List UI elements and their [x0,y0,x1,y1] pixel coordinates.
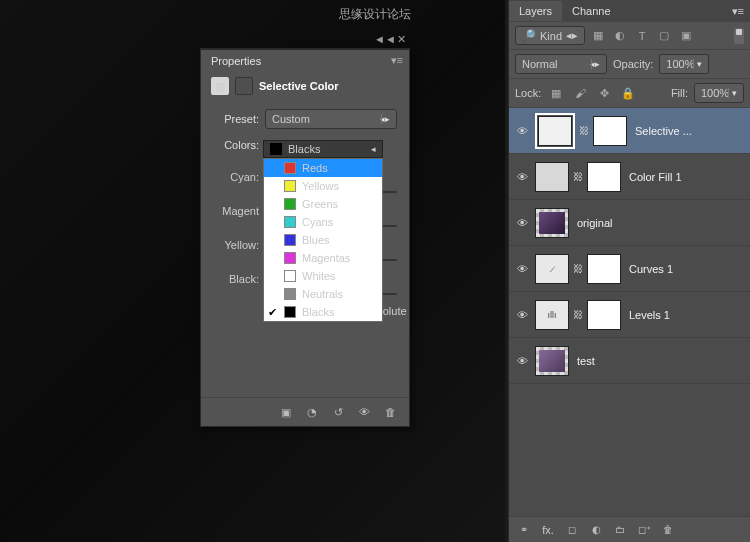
magenta-label: Magent [213,205,259,217]
dropdown-item-neutrals[interactable]: Neutrals [264,285,382,303]
layer-mask-thumb[interactable] [587,254,621,284]
view-previous-icon[interactable]: ◔ [303,404,321,420]
layers-tab[interactable]: Layers [509,1,562,21]
layer-row[interactable]: 👁ıllı⛓Levels 1 [509,292,750,338]
lock-transparency-icon[interactable]: ▦ [547,84,565,102]
clip-to-layer-icon[interactable]: ▣ [277,404,295,420]
layer-style-icon[interactable]: fx. [539,522,557,538]
panel-options-icon[interactable]: ▾≡ [391,54,409,67]
layer-row[interactable]: 👁⟋⛓Curves 1 [509,246,750,292]
layer-mask-thumb[interactable] [587,300,621,330]
blend-mode-select[interactable]: Normal◂▸ [515,54,607,74]
dropdown-item-cyans[interactable]: Cyans [264,213,382,231]
properties-tab[interactable]: Properties [201,51,271,71]
panel-collapse-icon[interactable]: ◄◄ [379,33,391,45]
filter-shape-icon[interactable]: ▢ [655,27,673,45]
layer-name-label[interactable]: Selective ... [631,125,746,137]
dropdown-item-reds[interactable]: Reds [264,159,382,177]
visibility-toggle-icon[interactable]: 👁 [513,355,531,367]
preset-select[interactable]: Custom◂▸ [265,109,397,129]
yellow-label: Yellow: [213,239,259,251]
dropdown-item-magentas[interactable]: Magentas [264,249,382,267]
opacity-select[interactable]: 100%▾ [659,54,709,74]
colors-dropdown[interactable]: RedsYellowsGreensCyansBluesMagentasWhite… [263,158,383,322]
layer-row[interactable]: 👁original [509,200,750,246]
layer-name-label[interactable]: test [573,355,746,367]
layer-row[interactable]: 👁⛓Color Fill 1 [509,154,750,200]
dropdown-item-yellows[interactable]: Yellows [264,177,382,195]
colors-swatch-icon [270,143,282,155]
link-icon[interactable]: ⛓ [573,171,583,182]
layer-thumb[interactable]: ıllı [535,300,569,330]
layer-name-label[interactable]: Curves 1 [625,263,746,275]
layer-mask-thumb[interactable] [587,162,621,192]
colors-label: Colors: [213,139,259,151]
reset-icon[interactable]: ↺ [329,404,347,420]
visibility-toggle-icon[interactable]: 👁 [513,309,531,321]
layer-row[interactable]: 👁⛓Selective ... [509,108,750,154]
dropdown-item-blacks[interactable]: ✔Blacks [264,303,382,321]
mask-mode-icon[interactable] [235,77,253,95]
link-icon[interactable]: ⛓ [573,309,583,320]
layer-thumb[interactable] [535,162,569,192]
link-icon[interactable]: ⛓ [579,125,589,136]
opacity-label: Opacity: [613,58,653,70]
lock-label: Lock: [515,87,541,99]
filter-type-icon[interactable]: T [633,27,651,45]
filter-adjustment-icon[interactable]: ◐ [611,27,629,45]
layer-thumb[interactable] [538,116,572,146]
watermark-center: 思缘设计论坛 [339,6,411,23]
visibility-toggle-icon[interactable]: 👁 [513,171,531,183]
trash-icon[interactable]: 🗑 [381,404,399,420]
colors-select[interactable]: Blacks ◂ [263,140,383,158]
filter-kind-select[interactable]: 🔎 Kind ◂▸ [515,26,585,45]
layer-mask-thumb[interactable] [593,116,627,146]
new-adjustment-icon[interactable]: ◐ [587,522,605,538]
new-group-icon[interactable]: 🗀 [611,522,629,538]
layers-panel: Layers Channe ▾≡ 🔎 Kind ◂▸ ▦ ◐ T ▢ ▣ Nor… [508,0,750,542]
layer-name-label[interactable]: original [573,217,746,229]
channels-tab[interactable]: Channe [562,1,621,21]
layer-name-label[interactable]: Levels 1 [625,309,746,321]
layer-thumb[interactable]: ⟋ [535,254,569,284]
panel-close-icon[interactable]: ✕ [395,33,407,45]
add-mask-icon[interactable]: ◻ [563,522,581,538]
black-label: Black: [213,273,259,285]
preset-label: Preset: [213,113,259,125]
link-icon[interactable]: ⛓ [573,263,583,274]
new-layer-icon[interactable]: ◻⁺ [635,522,653,538]
dropdown-item-greens[interactable]: Greens [264,195,382,213]
layers-list: 👁⛓Selective ...👁⛓Color Fill 1👁original👁⟋… [509,108,750,516]
visibility-toggle-icon[interactable]: 👁 [513,263,531,275]
visibility-toggle-icon[interactable]: 👁 [513,125,531,137]
lock-all-icon[interactable]: 🔒 [619,84,637,102]
cyan-label: Cyan: [213,171,259,183]
lock-position-icon[interactable]: ✥ [595,84,613,102]
filter-smart-icon[interactable]: ▣ [677,27,695,45]
dropdown-item-blues[interactable]: Blues [264,231,382,249]
delete-layer-icon[interactable]: 🗑 [659,522,677,538]
selective-color-adj-icon[interactable]: ▥ [211,77,229,95]
visibility-icon[interactable]: 👁 [355,404,373,420]
fill-select[interactable]: 100%▾ [694,83,744,103]
lock-pixels-icon[interactable]: 🖌 [571,84,589,102]
filter-pixel-icon[interactable]: ▦ [589,27,607,45]
fill-label: Fill: [671,87,688,99]
dropdown-item-whites[interactable]: Whites [264,267,382,285]
layer-name-label[interactable]: Color Fill 1 [625,171,746,183]
filter-toggle[interactable] [734,28,744,44]
link-layers-icon[interactable]: ⚭ [515,522,533,538]
visibility-toggle-icon[interactable]: 👁 [513,217,531,229]
properties-title: Selective Color [259,80,338,92]
layers-options-icon[interactable]: ▾≡ [732,5,750,18]
layer-row[interactable]: 👁test [509,338,750,384]
